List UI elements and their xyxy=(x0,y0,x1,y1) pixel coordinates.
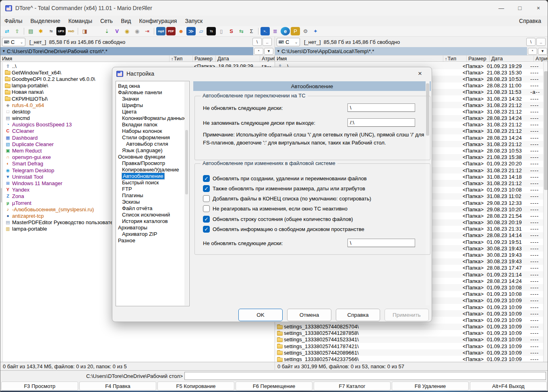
checkbox-option[interactable]: Не реагировать на изменения, если окно Т… xyxy=(203,204,347,213)
file-row[interactable]: settings_133380257440825704\ <Папка> 01.… xyxy=(275,324,543,330)
settings-tree-item[interactable]: Основные функции xyxy=(116,154,189,160)
no-refresh-drives-input-2[interactable] xyxy=(347,239,415,247)
upx-shell-icon[interactable]: UPX xyxy=(56,27,66,35)
separator[interactable] xyxy=(154,28,154,35)
packer-settings-icon[interactable]: ✱ xyxy=(36,27,45,35)
ok-button[interactable]: OK xyxy=(238,309,283,321)
file-row[interactable]: settings_133380257442337566\ <Папка> 01.… xyxy=(275,356,543,362)
powershell-icon[interactable]: ≫ xyxy=(186,27,196,35)
track-arrow-icon[interactable]: ⇥ xyxy=(143,27,152,35)
settings-tree-item[interactable]: Архиваторы xyxy=(116,225,189,231)
file-row[interactable]: settings_133380257441787421\ <Папка> 01.… xyxy=(275,343,543,349)
function-key-button[interactable]: F7 Каталог xyxy=(314,382,391,390)
checkbox-option[interactable]: Добавлять файлы в КОНЕЦ списка (по умолч… xyxy=(203,194,371,202)
v-app-icon[interactable]: V xyxy=(112,27,122,35)
settings-tree-item[interactable]: Правка/Просмотр xyxy=(116,160,189,167)
close-button[interactable]: × xyxy=(529,0,548,16)
file-gear-icon[interactable]: ⚙ xyxy=(301,27,310,35)
cd-gold-icon[interactable]: ◉ xyxy=(122,27,132,35)
settings-tree-item[interactable]: Наборы колонок xyxy=(116,128,189,134)
checkbox-option[interactable]: Обновлять информацию о свободном дисково… xyxy=(203,225,364,233)
history-button[interactable]: ▼ xyxy=(538,48,547,55)
column-header-date[interactable]: Дата xyxy=(490,56,534,62)
menu-item-help[interactable]: Справка xyxy=(513,17,548,25)
settings-tree-item[interactable]: FTP xyxy=(116,186,189,192)
book-icon[interactable]: ▯ xyxy=(217,27,226,35)
dialog-close-icon[interactable]: × xyxy=(414,70,426,78)
notes-icon[interactable]: ▤ xyxy=(26,27,35,35)
checkbox-icon[interactable] xyxy=(203,226,210,233)
winrar-icon[interactable]: ≣ xyxy=(271,27,280,35)
menu-item[interactable]: Вид xyxy=(117,17,135,25)
settings-tree-item[interactable]: Вкладки папок xyxy=(116,122,189,128)
right-scrollbar[interactable] xyxy=(543,62,548,362)
settings-tree-item[interactable]: Копирование/Удаление xyxy=(116,167,189,173)
right-drive-selector[interactable]: C ⌄ xyxy=(277,38,300,46)
column-header-type[interactable]: ↑Тип xyxy=(443,56,467,62)
scrollbar-thumb[interactable] xyxy=(544,71,548,190)
root-dir-button[interactable]: \ xyxy=(252,38,262,46)
parent-dir-button[interactable]: .. xyxy=(536,38,546,46)
tree-scrollbar[interactable] xyxy=(184,82,189,305)
settings-tree-item[interactable]: Разное xyxy=(116,237,189,244)
checkbox-icon[interactable] xyxy=(203,205,210,212)
settings-tree-item[interactable]: История каталогов xyxy=(116,218,189,225)
cancel-button[interactable]: Отмена xyxy=(287,309,331,321)
favorites-button[interactable]: * xyxy=(254,48,263,55)
menu-item[interactable]: Выделение xyxy=(26,17,64,25)
pdf-icon[interactable]: PDF xyxy=(166,27,176,35)
flag-icon[interactable]: ▱ xyxy=(196,27,206,35)
column-header-attr[interactable]: Атрибуты xyxy=(260,56,275,62)
mp3-tools-icon[interactable]: mp3 xyxy=(156,27,165,35)
menu-item[interactable]: Запуск xyxy=(181,17,207,25)
menu-item[interactable]: Сеть xyxy=(96,17,117,25)
powershell7-icon[interactable]: >_ xyxy=(261,27,270,35)
settings-tree-item[interactable]: Автовыбор стиля xyxy=(116,141,189,147)
favorites-button[interactable]: * xyxy=(528,48,537,55)
column-header-name[interactable]: Имя xyxy=(275,56,443,62)
settings-tree-item[interactable]: Эскизы xyxy=(116,199,189,205)
file-row[interactable]: settings_133380257442089661\ <Папка> 01.… xyxy=(275,349,543,356)
settings-tree-item[interactable]: Плагины xyxy=(116,192,189,199)
edge-icon[interactable]: e xyxy=(281,27,290,35)
settings-tree-item[interactable]: Быстрый поиск xyxy=(116,179,189,186)
function-key-button[interactable]: F5 Копирование xyxy=(157,382,234,390)
file-row[interactable]: settings_133380257441287858\ <Папка> 01.… xyxy=(275,330,543,336)
settings-tree-item[interactable]: Шрифты xyxy=(116,102,189,109)
checkbox-icon[interactable] xyxy=(203,185,210,192)
cd-silver-icon[interactable]: ◉ xyxy=(132,27,142,35)
s-app-icon[interactable]: S xyxy=(227,27,236,35)
settings-tree-item[interactable]: Цвета xyxy=(116,109,189,115)
checkbox-option[interactable]: Обновлять строку состояния (общее количе… xyxy=(203,215,353,223)
function-key-button[interactable]: F3 Просмотр xyxy=(1,382,78,390)
column-header-type[interactable]: ↑Тип xyxy=(170,56,193,62)
parent-dir-icon[interactable]: ⇧ xyxy=(12,27,22,35)
no-refresh-drives-input[interactable] xyxy=(347,103,415,112)
password-key-icon[interactable]: P xyxy=(291,27,300,35)
menu-item[interactable]: Конфигурация xyxy=(135,17,181,25)
scrollbar-thumb[interactable] xyxy=(1,188,2,202)
command-line-input[interactable] xyxy=(184,372,546,380)
settings-tree-item[interactable]: Стили оформления xyxy=(116,134,189,141)
hxd-icon[interactable]: HxD xyxy=(66,27,76,35)
checkbox-icon[interactable] xyxy=(203,175,210,182)
checksum-sigma-icon[interactable]: Σ xyxy=(247,27,256,35)
7zip-icon[interactable]: 7z xyxy=(207,27,216,35)
help-button[interactable]: Справка xyxy=(336,309,380,321)
minimize-button[interactable]: — xyxy=(492,0,511,16)
parent-dir-button[interactable]: .. xyxy=(263,38,272,46)
settings-tree-item[interactable]: Значки xyxy=(116,96,189,102)
scrollbar-thumb[interactable] xyxy=(185,130,188,194)
refresh-icon[interactable]: ⇄ xyxy=(2,27,12,35)
separator[interactable] xyxy=(78,28,78,35)
checkbox-icon[interactable] xyxy=(203,195,210,202)
settings-tree-item[interactable]: Файловые панели xyxy=(116,89,189,96)
spacer[interactable] xyxy=(90,27,101,35)
menu-item[interactable]: Файлы xyxy=(0,17,26,25)
7z-sfx-icon[interactable]: 7z xyxy=(46,27,56,35)
file-row[interactable]: settings_133380257441523341\ <Папка> 01.… xyxy=(275,336,543,343)
column-header-name[interactable]: Имя xyxy=(0,56,170,62)
checkbox-icon[interactable] xyxy=(203,216,210,223)
globe-icon[interactable]: ✦ xyxy=(311,27,320,35)
settings-tree-item[interactable]: Вид окна xyxy=(116,83,189,89)
